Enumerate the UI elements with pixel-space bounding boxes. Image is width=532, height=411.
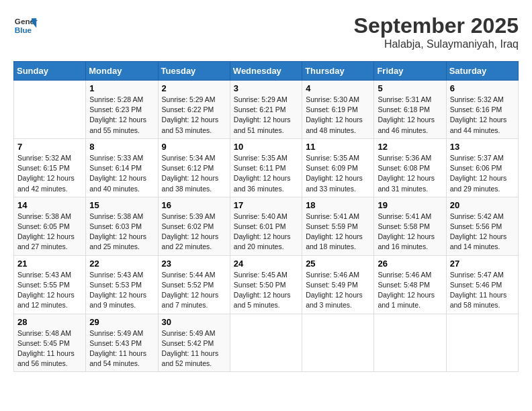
calendar-cell [446, 314, 518, 372]
day-number: 18 [306, 200, 370, 210]
day-info: Sunrise: 5:30 AM Sunset: 6:19 PM Dayligh… [306, 95, 370, 136]
day-number: 11 [306, 142, 370, 152]
calendar-week-row: 1Sunrise: 5:28 AM Sunset: 6:23 PM Daylig… [14, 81, 519, 139]
day-number: 22 [89, 259, 154, 269]
calendar-cell: 29Sunrise: 5:49 AM Sunset: 5:43 PM Dayli… [86, 314, 158, 372]
day-number: 16 [162, 200, 226, 210]
day-info: Sunrise: 5:40 AM Sunset: 6:01 PM Dayligh… [234, 212, 298, 253]
calendar-cell: 30Sunrise: 5:49 AM Sunset: 5:42 PM Dayli… [158, 314, 230, 372]
calendar-cell: 6Sunrise: 5:32 AM Sunset: 6:16 PM Daylig… [446, 81, 518, 139]
calendar-cell: 23Sunrise: 5:44 AM Sunset: 5:52 PM Dayli… [158, 255, 230, 314]
day-number: 8 [89, 142, 154, 152]
day-number: 4 [306, 83, 370, 93]
day-number: 9 [162, 142, 226, 152]
calendar-cell: 21Sunrise: 5:43 AM Sunset: 5:55 PM Dayli… [14, 255, 86, 314]
day-number: 3 [234, 83, 298, 93]
day-number: 30 [162, 317, 226, 327]
weekday-header: Tuesday [158, 62, 230, 81]
day-info: Sunrise: 5:32 AM Sunset: 6:16 PM Dayligh… [450, 95, 515, 136]
calendar-week-row: 28Sunrise: 5:48 AM Sunset: 5:45 PM Dayli… [14, 314, 519, 372]
calendar-cell: 5Sunrise: 5:31 AM Sunset: 6:18 PM Daylig… [374, 81, 446, 139]
day-info: Sunrise: 5:47 AM Sunset: 5:46 PM Dayligh… [450, 270, 515, 311]
day-number: 5 [378, 83, 442, 93]
weekday-header: Sunday [14, 62, 86, 81]
day-number: 6 [450, 83, 515, 93]
calendar-body: 1Sunrise: 5:28 AM Sunset: 6:23 PM Daylig… [14, 81, 519, 372]
day-info: Sunrise: 5:35 AM Sunset: 6:09 PM Dayligh… [306, 153, 370, 194]
day-number: 1 [89, 83, 154, 93]
weekday-header: Saturday [446, 62, 518, 81]
day-info: Sunrise: 5:46 AM Sunset: 5:48 PM Dayligh… [378, 270, 442, 311]
day-info: Sunrise: 5:38 AM Sunset: 6:05 PM Dayligh… [17, 212, 82, 253]
month-title: September 2025 [354, 13, 519, 38]
calendar-cell: 8Sunrise: 5:33 AM Sunset: 6:14 PM Daylig… [86, 138, 158, 197]
day-number: 13 [450, 142, 515, 152]
day-info: Sunrise: 5:44 AM Sunset: 5:52 PM Dayligh… [162, 270, 226, 311]
day-number: 7 [17, 142, 82, 152]
day-info: Sunrise: 5:46 AM Sunset: 5:49 PM Dayligh… [306, 270, 370, 311]
day-number: 14 [17, 200, 82, 210]
day-number: 27 [450, 259, 515, 269]
calendar-cell: 13Sunrise: 5:37 AM Sunset: 6:06 PM Dayli… [446, 138, 518, 197]
weekday-header: Friday [374, 62, 446, 81]
title-area: September 2025 Halabja, Sulaymaniyah, Ir… [354, 13, 519, 50]
calendar-cell: 3Sunrise: 5:29 AM Sunset: 6:21 PM Daylig… [230, 81, 302, 139]
day-info: Sunrise: 5:48 AM Sunset: 5:45 PM Dayligh… [17, 328, 82, 369]
day-number: 23 [162, 259, 226, 269]
day-number: 21 [17, 259, 82, 269]
calendar-cell: 19Sunrise: 5:41 AM Sunset: 5:58 PM Dayli… [374, 197, 446, 255]
calendar-cell [230, 314, 302, 372]
day-number: 2 [162, 83, 226, 93]
day-number: 24 [234, 259, 298, 269]
day-number: 19 [378, 200, 442, 210]
day-number: 17 [234, 200, 298, 210]
logo: General Blue [13, 13, 38, 38]
day-info: Sunrise: 5:29 AM Sunset: 6:22 PM Dayligh… [162, 95, 226, 136]
calendar-cell: 10Sunrise: 5:35 AM Sunset: 6:11 PM Dayli… [230, 138, 302, 197]
calendar-cell [14, 81, 86, 139]
day-info: Sunrise: 5:42 AM Sunset: 5:56 PM Dayligh… [450, 212, 515, 253]
calendar-table: SundayMondayTuesdayWednesdayThursdayFrid… [13, 61, 519, 372]
calendar-cell: 27Sunrise: 5:47 AM Sunset: 5:46 PM Dayli… [446, 255, 518, 314]
calendar-cell [302, 314, 374, 372]
calendar-cell [374, 314, 446, 372]
day-info: Sunrise: 5:37 AM Sunset: 6:06 PM Dayligh… [450, 153, 515, 194]
calendar-cell: 9Sunrise: 5:34 AM Sunset: 6:12 PM Daylig… [158, 138, 230, 197]
calendar-cell: 1Sunrise: 5:28 AM Sunset: 6:23 PM Daylig… [86, 81, 158, 139]
day-number: 25 [306, 259, 370, 269]
day-info: Sunrise: 5:28 AM Sunset: 6:23 PM Dayligh… [89, 95, 154, 136]
calendar-cell: 11Sunrise: 5:35 AM Sunset: 6:09 PM Dayli… [302, 138, 374, 197]
location-title: Halabja, Sulaymaniyah, Iraq [354, 38, 519, 50]
calendar-cell: 12Sunrise: 5:36 AM Sunset: 6:08 PM Dayli… [374, 138, 446, 197]
day-info: Sunrise: 5:43 AM Sunset: 5:53 PM Dayligh… [89, 270, 154, 311]
calendar-cell: 14Sunrise: 5:38 AM Sunset: 6:05 PM Dayli… [14, 197, 86, 255]
calendar-cell: 28Sunrise: 5:48 AM Sunset: 5:45 PM Dayli… [14, 314, 86, 372]
weekday-header-row: SundayMondayTuesdayWednesdayThursdayFrid… [14, 62, 519, 81]
day-info: Sunrise: 5:41 AM Sunset: 5:58 PM Dayligh… [378, 212, 442, 253]
calendar-cell: 2Sunrise: 5:29 AM Sunset: 6:22 PM Daylig… [158, 81, 230, 139]
calendar-cell: 15Sunrise: 5:38 AM Sunset: 6:03 PM Dayli… [86, 197, 158, 255]
day-info: Sunrise: 5:29 AM Sunset: 6:21 PM Dayligh… [234, 95, 298, 136]
day-number: 28 [17, 317, 82, 327]
calendar-header: SundayMondayTuesdayWednesdayThursdayFrid… [14, 62, 519, 81]
calendar-cell: 26Sunrise: 5:46 AM Sunset: 5:48 PM Dayli… [374, 255, 446, 314]
calendar-cell: 20Sunrise: 5:42 AM Sunset: 5:56 PM Dayli… [446, 197, 518, 255]
day-info: Sunrise: 5:45 AM Sunset: 5:50 PM Dayligh… [234, 270, 298, 311]
calendar-week-row: 7Sunrise: 5:32 AM Sunset: 6:15 PM Daylig… [14, 138, 519, 197]
calendar-cell: 17Sunrise: 5:40 AM Sunset: 6:01 PM Dayli… [230, 197, 302, 255]
day-info: Sunrise: 5:49 AM Sunset: 5:42 PM Dayligh… [162, 328, 226, 369]
day-info: Sunrise: 5:34 AM Sunset: 6:12 PM Dayligh… [162, 153, 226, 194]
weekday-header: Wednesday [230, 62, 302, 81]
day-number: 20 [450, 200, 515, 210]
day-number: 29 [89, 317, 154, 327]
weekday-header: Monday [86, 62, 158, 81]
day-number: 15 [89, 200, 154, 210]
calendar-cell: 22Sunrise: 5:43 AM Sunset: 5:53 PM Dayli… [86, 255, 158, 314]
day-info: Sunrise: 5:36 AM Sunset: 6:08 PM Dayligh… [378, 153, 442, 194]
day-info: Sunrise: 5:39 AM Sunset: 6:02 PM Dayligh… [162, 212, 226, 253]
calendar-cell: 16Sunrise: 5:39 AM Sunset: 6:02 PM Dayli… [158, 197, 230, 255]
day-info: Sunrise: 5:31 AM Sunset: 6:18 PM Dayligh… [378, 95, 442, 136]
day-info: Sunrise: 5:38 AM Sunset: 6:03 PM Dayligh… [89, 212, 154, 253]
calendar-cell: 24Sunrise: 5:45 AM Sunset: 5:50 PM Dayli… [230, 255, 302, 314]
calendar-week-row: 14Sunrise: 5:38 AM Sunset: 6:05 PM Dayli… [14, 197, 519, 255]
